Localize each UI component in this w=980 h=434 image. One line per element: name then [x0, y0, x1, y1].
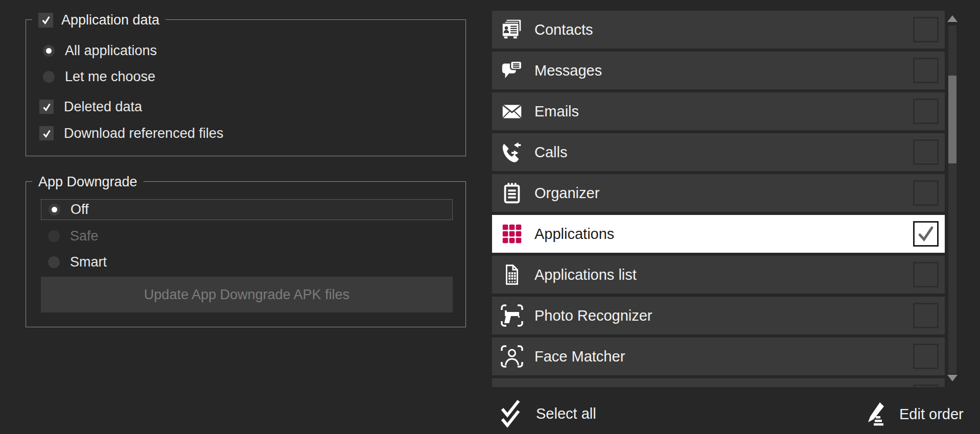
list-item-checkbox[interactable]: [913, 384, 939, 387]
select-all-label: Select all: [536, 405, 596, 422]
list-item-applications[interactable]: Applications: [492, 215, 945, 253]
list-item-checkbox[interactable]: [913, 17, 939, 42]
select-all-button[interactable]: Select all: [498, 397, 596, 430]
app-downgrade-title: App Downgrade: [38, 174, 137, 190]
select-all-icon: [498, 399, 526, 428]
list-item-label: Applications list: [534, 267, 637, 283]
scrollbar-track[interactable]: [948, 26, 956, 374]
list-item-label: Photo Recognizer: [534, 307, 652, 324]
list-item-checkbox[interactable]: [913, 58, 939, 83]
emails-icon: [500, 99, 524, 124]
messages-icon: [500, 58, 524, 83]
check-icon: [41, 128, 52, 139]
application-data-title: Application data: [61, 12, 159, 28]
update-app-downgrade-button[interactable]: Update App Downgrade APK files: [41, 277, 453, 312]
extraction-settings-screen: { "colors": { "background": "#272727", "…: [0, 0, 980, 434]
scrollbar-up-arrow[interactable]: [947, 15, 958, 22]
list-item-checkbox[interactable]: [913, 262, 939, 287]
application-data-legend: Application data: [32, 11, 166, 29]
face-matcher-icon: [500, 344, 524, 369]
list-item-label: Face Matcher: [534, 348, 625, 365]
organizer-icon: [500, 181, 524, 205]
checkbox-download-referenced-files-label: Download referenced files: [64, 126, 223, 141]
app-downgrade-legend: App Downgrade: [32, 173, 144, 190]
radio-circle: [48, 230, 60, 242]
list-item-checkbox[interactable]: [913, 139, 939, 165]
list-item-calls[interactable]: Calls: [492, 133, 945, 171]
list-item-checkbox[interactable]: [913, 221, 939, 247]
edit-order-button[interactable]: Edit order: [862, 399, 964, 429]
list-item-label: Contacts: [534, 21, 593, 38]
list-item-checkbox[interactable]: [913, 99, 939, 124]
list-item-face-matcher[interactable]: Face Matcher: [492, 337, 945, 375]
radio-smart[interactable]: Smart: [48, 253, 107, 271]
list-item-contacts[interactable]: Contacts: [492, 11, 945, 49]
list-item-emails[interactable]: Emails: [492, 92, 945, 130]
radio-off[interactable]: Off: [41, 199, 453, 220]
applications-icon: [500, 222, 524, 246]
list-item-label: Emails: [534, 103, 579, 120]
calls-icon: [500, 140, 524, 164]
checkbox-box: [39, 126, 54, 140]
applications-list-icon: [500, 262, 524, 287]
radio-circle: [43, 71, 55, 83]
radio-all-applications[interactable]: All applications: [43, 41, 157, 60]
checkbox-box: [39, 100, 54, 114]
app-downgrade-groupbox: App Downgrade Off Safe Smart Update App …: [26, 181, 466, 327]
list-item-label: Calls: [534, 144, 567, 161]
scrollbar-thumb[interactable]: [948, 76, 956, 163]
list-item-label: Applications: [534, 226, 614, 243]
category-list: Contacts Messages Emails: [492, 11, 945, 387]
checkbox-deleted-data-label: Deleted data: [64, 99, 142, 115]
list-item-applications-list[interactable]: Applications list: [492, 256, 945, 294]
radio-safe[interactable]: Safe: [48, 227, 99, 245]
list-item-photo-recognizer[interactable]: Photo Recognizer: [492, 297, 945, 334]
unknown-partial-icon: [500, 385, 524, 387]
list-item-label: Organizer: [534, 185, 599, 202]
list-item-checkbox[interactable]: [913, 180, 939, 206]
radio-let-me-choose-label: Let me choose: [65, 69, 155, 85]
list-item-checkbox[interactable]: [913, 344, 939, 369]
edit-order-label: Edit order: [899, 406, 964, 423]
check-icon: [41, 102, 52, 112]
radio-all-applications-label: All applications: [65, 43, 157, 59]
scrollbar-down-arrow[interactable]: [947, 375, 958, 381]
radio-safe-label: Safe: [70, 228, 99, 244]
radio-off-label: Off: [71, 202, 89, 218]
checkbox-deleted-data[interactable]: Deleted data: [39, 98, 142, 116]
photo-recognizer-icon: [500, 303, 524, 328]
radio-circle: [49, 204, 60, 215]
edit-order-icon: [862, 401, 889, 427]
contacts-icon: [500, 17, 524, 42]
radio-circle: [48, 256, 60, 268]
radio-circle: [43, 45, 55, 57]
list-item-checkbox[interactable]: [913, 303, 939, 328]
list-item-organizer[interactable]: Organizer: [492, 174, 945, 212]
list-item-partial[interactable]: [492, 378, 945, 387]
check-icon: [40, 14, 52, 26]
list-item-messages[interactable]: Messages: [492, 52, 945, 89]
radio-let-me-choose[interactable]: Let me choose: [43, 67, 155, 86]
checkbox-download-referenced-files[interactable]: Download referenced files: [39, 124, 223, 142]
list-item-label: Messages: [534, 62, 602, 79]
radio-smart-label: Smart: [70, 254, 107, 270]
application-data-groupbox: Application data All applications Let me…: [26, 19, 466, 156]
application-data-checkbox[interactable]: [38, 13, 53, 28]
